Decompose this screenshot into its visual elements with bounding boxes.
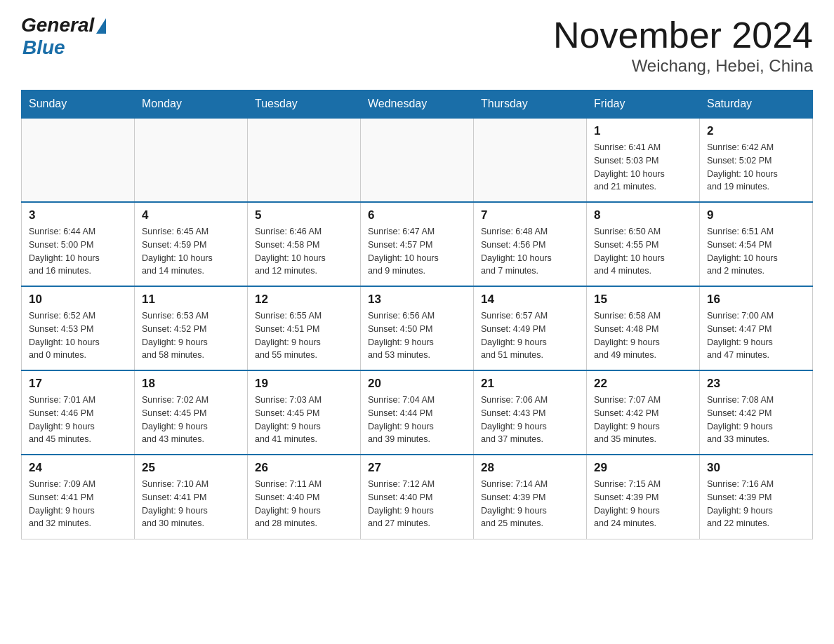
calendar-cell <box>135 118 248 202</box>
calendar-cell: 17Sunrise: 7:01 AM Sunset: 4:46 PM Dayli… <box>22 370 135 455</box>
day-number: 22 <box>594 377 692 391</box>
calendar-cell: 26Sunrise: 7:11 AM Sunset: 4:40 PM Dayli… <box>248 455 361 539</box>
day-number: 4 <box>142 208 240 222</box>
day-info: Sunrise: 7:07 AM Sunset: 4:42 PM Dayligh… <box>594 394 692 446</box>
header-thursday: Thursday <box>474 90 587 119</box>
day-number: 21 <box>481 377 579 391</box>
logo-blue-text: Blue <box>22 36 65 59</box>
day-info: Sunrise: 6:50 AM Sunset: 4:55 PM Dayligh… <box>594 225 692 278</box>
day-info: Sunrise: 7:10 AM Sunset: 4:41 PM Dayligh… <box>142 478 240 530</box>
day-number: 7 <box>481 208 579 222</box>
day-info: Sunrise: 6:41 AM Sunset: 5:03 PM Dayligh… <box>594 141 692 194</box>
day-number: 17 <box>29 377 127 391</box>
day-number: 5 <box>255 208 353 222</box>
calendar-cell: 4Sunrise: 6:45 AM Sunset: 4:59 PM Daylig… <box>135 202 248 286</box>
logo: General Blue <box>21 14 106 59</box>
day-info: Sunrise: 7:16 AM Sunset: 4:39 PM Dayligh… <box>707 478 805 530</box>
day-info: Sunrise: 7:08 AM Sunset: 4:42 PM Dayligh… <box>707 394 805 446</box>
day-info: Sunrise: 7:03 AM Sunset: 4:45 PM Dayligh… <box>255 394 353 446</box>
calendar-cell: 13Sunrise: 6:56 AM Sunset: 4:50 PM Dayli… <box>361 286 474 370</box>
calendar-week-2: 3Sunrise: 6:44 AM Sunset: 5:00 PM Daylig… <box>22 202 813 286</box>
day-info: Sunrise: 7:00 AM Sunset: 4:47 PM Dayligh… <box>707 309 805 362</box>
day-info: Sunrise: 6:58 AM Sunset: 4:48 PM Dayligh… <box>594 309 692 362</box>
day-number: 8 <box>594 208 692 222</box>
day-number: 12 <box>255 293 353 307</box>
day-number: 26 <box>255 461 353 475</box>
calendar-cell: 27Sunrise: 7:12 AM Sunset: 4:40 PM Dayli… <box>361 455 474 539</box>
logo-general-text: General <box>21 14 94 36</box>
calendar-cell <box>22 118 135 202</box>
day-number: 14 <box>481 293 579 307</box>
calendar-cell: 7Sunrise: 6:48 AM Sunset: 4:56 PM Daylig… <box>474 202 587 286</box>
day-info: Sunrise: 6:46 AM Sunset: 4:58 PM Dayligh… <box>255 225 353 278</box>
calendar-header-row: SundayMondayTuesdayWednesdayThursdayFrid… <box>22 90 813 119</box>
calendar-cell: 28Sunrise: 7:14 AM Sunset: 4:39 PM Dayli… <box>474 455 587 539</box>
day-number: 9 <box>707 208 805 222</box>
calendar-cell: 18Sunrise: 7:02 AM Sunset: 4:45 PM Dayli… <box>135 370 248 455</box>
day-number: 27 <box>368 461 466 475</box>
day-info: Sunrise: 7:09 AM Sunset: 4:41 PM Dayligh… <box>29 478 127 530</box>
day-info: Sunrise: 6:57 AM Sunset: 4:49 PM Dayligh… <box>481 309 579 362</box>
calendar-cell: 2Sunrise: 6:42 AM Sunset: 5:02 PM Daylig… <box>700 118 813 202</box>
day-info: Sunrise: 7:14 AM Sunset: 4:39 PM Dayligh… <box>481 478 579 530</box>
calendar-cell: 21Sunrise: 7:06 AM Sunset: 4:43 PM Dayli… <box>474 370 587 455</box>
day-info: Sunrise: 6:52 AM Sunset: 4:53 PM Dayligh… <box>29 309 127 362</box>
day-number: 1 <box>594 124 692 138</box>
day-info: Sunrise: 7:01 AM Sunset: 4:46 PM Dayligh… <box>29 394 127 446</box>
header-sunday: Sunday <box>22 90 135 119</box>
day-number: 25 <box>142 461 240 475</box>
day-number: 3 <box>29 208 127 222</box>
calendar-cell: 24Sunrise: 7:09 AM Sunset: 4:41 PM Dayli… <box>22 455 135 539</box>
calendar-cell: 12Sunrise: 6:55 AM Sunset: 4:51 PM Dayli… <box>248 286 361 370</box>
calendar-cell: 9Sunrise: 6:51 AM Sunset: 4:54 PM Daylig… <box>700 202 813 286</box>
calendar-cell <box>361 118 474 202</box>
day-number: 10 <box>29 293 127 307</box>
day-info: Sunrise: 7:12 AM Sunset: 4:40 PM Dayligh… <box>368 478 466 530</box>
day-number: 13 <box>368 293 466 307</box>
calendar-cell: 29Sunrise: 7:15 AM Sunset: 4:39 PM Dayli… <box>587 455 700 539</box>
day-number: 24 <box>29 461 127 475</box>
calendar-cell: 19Sunrise: 7:03 AM Sunset: 4:45 PM Dayli… <box>248 370 361 455</box>
calendar-cell: 25Sunrise: 7:10 AM Sunset: 4:41 PM Dayli… <box>135 455 248 539</box>
calendar-week-5: 24Sunrise: 7:09 AM Sunset: 4:41 PM Dayli… <box>22 455 813 539</box>
calendar-week-3: 10Sunrise: 6:52 AM Sunset: 4:53 PM Dayli… <box>22 286 813 370</box>
day-info: Sunrise: 6:44 AM Sunset: 5:00 PM Dayligh… <box>29 225 127 278</box>
calendar-cell: 16Sunrise: 7:00 AM Sunset: 4:47 PM Dayli… <box>700 286 813 370</box>
calendar-cell: 1Sunrise: 6:41 AM Sunset: 5:03 PM Daylig… <box>587 118 700 202</box>
header-wednesday: Wednesday <box>361 90 474 119</box>
day-number: 23 <box>707 377 805 391</box>
day-info: Sunrise: 6:42 AM Sunset: 5:02 PM Dayligh… <box>707 141 805 194</box>
day-info: Sunrise: 7:15 AM Sunset: 4:39 PM Dayligh… <box>594 478 692 530</box>
day-info: Sunrise: 7:11 AM Sunset: 4:40 PM Dayligh… <box>255 478 353 530</box>
page-header: General Blue November 2024 Weichang, Heb… <box>21 14 813 76</box>
header-friday: Friday <box>587 90 700 119</box>
day-info: Sunrise: 7:04 AM Sunset: 4:44 PM Dayligh… <box>368 394 466 446</box>
calendar-cell: 3Sunrise: 6:44 AM Sunset: 5:00 PM Daylig… <box>22 202 135 286</box>
day-number: 16 <box>707 293 805 307</box>
calendar-cell: 6Sunrise: 6:47 AM Sunset: 4:57 PM Daylig… <box>361 202 474 286</box>
day-info: Sunrise: 6:55 AM Sunset: 4:51 PM Dayligh… <box>255 309 353 362</box>
day-number: 20 <box>368 377 466 391</box>
calendar-cell: 23Sunrise: 7:08 AM Sunset: 4:42 PM Dayli… <box>700 370 813 455</box>
day-number: 6 <box>368 208 466 222</box>
calendar-table: SundayMondayTuesdayWednesdayThursdayFrid… <box>21 90 813 539</box>
day-number: 18 <box>142 377 240 391</box>
calendar-cell: 5Sunrise: 6:46 AM Sunset: 4:58 PM Daylig… <box>248 202 361 286</box>
calendar-week-4: 17Sunrise: 7:01 AM Sunset: 4:46 PM Dayli… <box>22 370 813 455</box>
day-number: 28 <box>481 461 579 475</box>
header-saturday: Saturday <box>700 90 813 119</box>
calendar-cell <box>474 118 587 202</box>
day-info: Sunrise: 6:51 AM Sunset: 4:54 PM Dayligh… <box>707 225 805 278</box>
calendar-subtitle: Weichang, Hebei, China <box>553 56 813 76</box>
day-info: Sunrise: 7:02 AM Sunset: 4:45 PM Dayligh… <box>142 394 240 446</box>
calendar-week-1: 1Sunrise: 6:41 AM Sunset: 5:03 PM Daylig… <box>22 118 813 202</box>
day-info: Sunrise: 6:56 AM Sunset: 4:50 PM Dayligh… <box>368 309 466 362</box>
day-number: 30 <box>707 461 805 475</box>
calendar-cell: 10Sunrise: 6:52 AM Sunset: 4:53 PM Dayli… <box>22 286 135 370</box>
header-monday: Monday <box>135 90 248 119</box>
day-info: Sunrise: 6:45 AM Sunset: 4:59 PM Dayligh… <box>142 225 240 278</box>
calendar-cell: 20Sunrise: 7:04 AM Sunset: 4:44 PM Dayli… <box>361 370 474 455</box>
calendar-title: November 2024 <box>553 14 813 56</box>
day-number: 11 <box>142 293 240 307</box>
calendar-cell: 14Sunrise: 6:57 AM Sunset: 4:49 PM Dayli… <box>474 286 587 370</box>
